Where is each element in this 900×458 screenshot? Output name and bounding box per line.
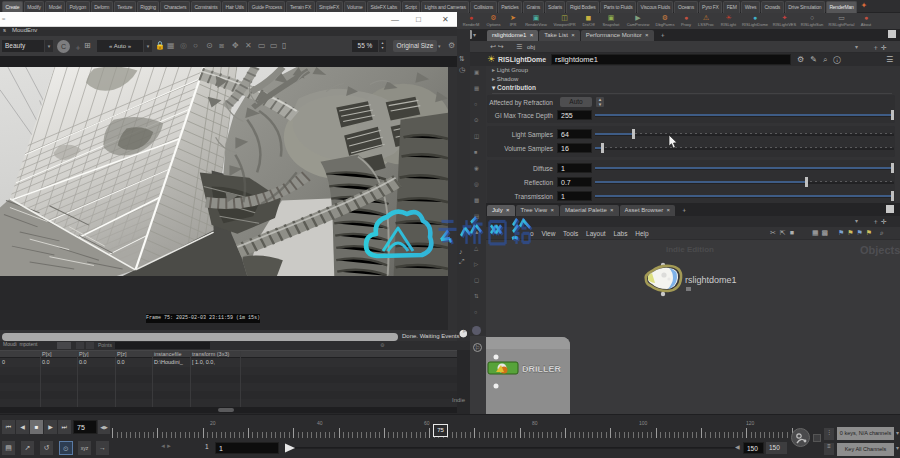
svg-text:DRILLER: DRILLER	[522, 364, 561, 374]
svg-text:rslightdome1: rslightdome1	[685, 275, 737, 285]
